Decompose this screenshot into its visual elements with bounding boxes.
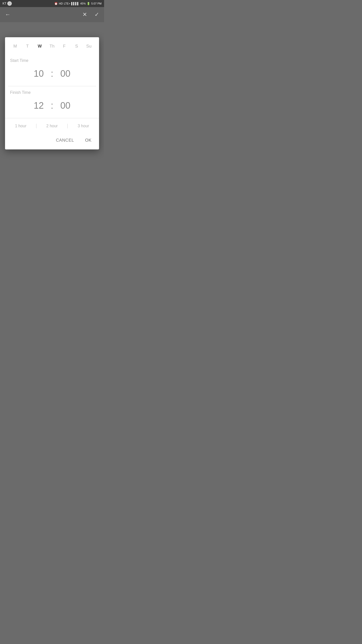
ok-button[interactable]: OK xyxy=(82,136,94,145)
dialog-overlay: M T W Th F S Su Start Time 10 : 00 Finis… xyxy=(0,37,104,149)
duration-row: 1 hour 2 hour 3 hour xyxy=(5,118,99,133)
close-button[interactable]: ✕ xyxy=(82,11,87,18)
user-initials: KT xyxy=(3,2,6,5)
confirm-button[interactable]: ✓ xyxy=(95,11,99,18)
day-saturday[interactable]: S xyxy=(72,43,81,50)
finish-hours[interactable]: 12 xyxy=(29,100,49,111)
signal-icon: ▌▌▌▌ xyxy=(71,2,79,5)
status-bar: KT ○ ⏰ HD LTE+ ▌▌▌▌ 45% 🔋 5:07 PM xyxy=(0,0,104,7)
day-wednesday[interactable]: W xyxy=(35,43,44,50)
clock-time: 5:07 PM xyxy=(91,2,102,5)
day-sunday[interactable]: Su xyxy=(84,43,93,50)
start-hours[interactable]: 10 xyxy=(29,68,49,79)
start-time-section: Start Time 10 : 00 xyxy=(5,54,99,86)
lte-icon: LTE+ xyxy=(64,2,70,5)
start-colon: : xyxy=(51,69,53,78)
back-button[interactable]: ← xyxy=(5,11,11,18)
finish-minutes[interactable]: 00 xyxy=(55,100,75,111)
duration-1-hour[interactable]: 1 hour xyxy=(5,122,36,130)
avatar: ○ xyxy=(7,1,12,6)
status-left: KT ○ xyxy=(3,1,12,6)
finish-time-label: Finish Time xyxy=(10,90,94,95)
finish-time-picker: 12 : 00 xyxy=(10,100,94,111)
day-monday[interactable]: M xyxy=(11,43,19,50)
top-nav: ← ✕ ✓ xyxy=(0,7,104,22)
time-picker-dialog: M T W Th F S Su Start Time 10 : 00 Finis… xyxy=(5,37,99,149)
nav-actions: ✕ ✓ xyxy=(82,11,99,18)
battery-level: 45% xyxy=(80,2,86,5)
background-bottom xyxy=(0,149,104,200)
day-selector: M T W Th F S Su xyxy=(5,37,99,54)
alarm-icon: ⏰ xyxy=(54,2,58,5)
start-time-picker: 10 : 00 xyxy=(10,68,94,79)
day-thursday[interactable]: Th xyxy=(48,43,56,50)
background-top xyxy=(0,22,104,37)
hd-icon: HD xyxy=(59,2,63,5)
duration-3-hour[interactable]: 3 hour xyxy=(68,122,99,130)
dialog-actions: CANCEL OK xyxy=(5,133,99,149)
day-friday[interactable]: F xyxy=(60,43,69,50)
finish-time-section: Finish Time 12 : 00 xyxy=(5,86,99,118)
status-right: ⏰ HD LTE+ ▌▌▌▌ 45% 🔋 5:07 PM xyxy=(54,2,102,5)
finish-colon: : xyxy=(51,101,53,110)
duration-2-hour[interactable]: 2 hour xyxy=(36,122,68,130)
start-time-label: Start Time xyxy=(10,58,94,63)
day-tuesday[interactable]: T xyxy=(23,43,32,50)
start-minutes[interactable]: 00 xyxy=(55,68,75,79)
battery-icon: 🔋 xyxy=(87,2,90,5)
cancel-button[interactable]: CANCEL xyxy=(53,136,76,145)
